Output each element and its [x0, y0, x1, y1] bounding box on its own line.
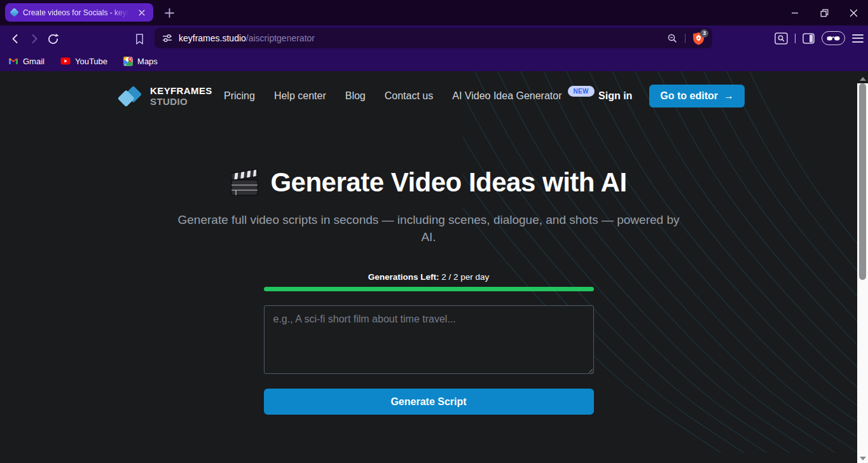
- tab-title: Create videos for Socials - keyfra: [23, 8, 131, 17]
- scroll-up-arrow-icon: [860, 77, 866, 81]
- nav-blog[interactable]: Blog: [345, 90, 366, 102]
- new-badge: NEW: [568, 86, 595, 97]
- sign-in-link[interactable]: Sign in: [598, 90, 632, 102]
- window-controls: [780, 0, 868, 25]
- gmail-icon: [8, 57, 18, 66]
- youtube-icon: [60, 57, 71, 65]
- go-to-editor-button[interactable]: Go to editor →: [649, 85, 745, 107]
- generations-label: Generations Left:: [368, 272, 439, 282]
- arrow-right-icon: →: [724, 90, 734, 102]
- scroll-down-button[interactable]: [857, 457, 868, 460]
- url-domain: keyframes.studio: [179, 33, 246, 43]
- url-path: /aiscriptgenerator: [246, 33, 315, 43]
- page-subtitle: Generate full video scripts in seconds —…: [170, 211, 687, 245]
- scrollbar-thumb[interactable]: [859, 83, 866, 280]
- new-tab-button[interactable]: [163, 7, 176, 19]
- restore-button[interactable]: [809, 0, 839, 25]
- url-bar[interactable]: keyframes.studio/aiscriptgenerator 3: [155, 28, 712, 48]
- minimize-button[interactable]: [780, 0, 809, 25]
- nav-help-center[interactable]: Help center: [274, 90, 326, 102]
- search-panel-icon[interactable]: [775, 32, 788, 45]
- tab-favicon-diamond-icon: [10, 8, 19, 17]
- browser-tab[interactable]: Create videos for Socials - keyfra: [5, 3, 153, 22]
- menu-hamburger-icon[interactable]: [852, 34, 864, 43]
- bookmark-label: Maps: [137, 57, 158, 66]
- page-content: KEYFRAMES STUDIO Pricing Help center Blo…: [0, 71, 857, 463]
- brave-shield-icon[interactable]: 3: [692, 32, 705, 45]
- bookmarks-bar: Gmail YouTube Maps: [0, 51, 868, 71]
- page-title-text: Generate Video Ideas with AI: [270, 167, 626, 198]
- nav-ai-video-idea-generator[interactable]: AI Video Idea GeneratorNEW: [452, 90, 595, 102]
- close-window-button[interactable]: [839, 0, 868, 25]
- forward-button[interactable]: [26, 31, 43, 47]
- site-header: KEYFRAMES STUDIO Pricing Help center Blo…: [0, 71, 857, 121]
- clapperboard-icon: [230, 169, 259, 197]
- toolbar-separator: [795, 34, 796, 43]
- tab-close-icon[interactable]: [136, 7, 148, 18]
- maps-icon: [123, 57, 133, 66]
- site-settings-tune-icon[interactable]: [162, 34, 172, 43]
- hero-section: Generate Video Ideas with AI Generate fu…: [0, 121, 857, 415]
- generations-left-status: Generations Left: 2 / 2 per day: [368, 272, 490, 282]
- scroll-down-arrow-icon: [860, 457, 866, 460]
- generations-value: 2 / 2 per day: [441, 272, 489, 282]
- page-scrollbar[interactable]: [857, 71, 868, 463]
- url-text[interactable]: keyframes.studio/aiscriptgenerator: [179, 33, 315, 43]
- nav-pricing[interactable]: Pricing: [224, 90, 255, 102]
- brave-vpn-sunglasses-icon[interactable]: [822, 31, 845, 45]
- toolbar-right-icons: [775, 25, 864, 51]
- page-title: Generate Video Ideas with AI: [230, 167, 626, 198]
- main-nav: Pricing Help center Blog Contact us AI V…: [224, 71, 595, 121]
- bookmark-youtube[interactable]: YouTube: [60, 57, 107, 66]
- bookmark-maps[interactable]: Maps: [123, 57, 158, 66]
- bookmark-gmail[interactable]: Gmail: [8, 57, 45, 66]
- brand-line1: KEYFRAMES: [150, 85, 212, 96]
- shield-badge-count: 3: [700, 29, 708, 38]
- bookmark-label: YouTube: [75, 57, 107, 66]
- bookmark-label: Gmail: [23, 57, 45, 66]
- urlbar-right-icons: 3: [667, 32, 705, 45]
- nav-contact-us[interactable]: Contact us: [385, 90, 433, 102]
- generations-progress-bar: [264, 287, 594, 291]
- bookmark-icon[interactable]: [131, 31, 148, 47]
- brand-line2: STUDIO: [150, 96, 212, 107]
- reload-button[interactable]: [45, 31, 61, 47]
- brand-text: KEYFRAMES STUDIO: [150, 85, 212, 107]
- site-logo[interactable]: KEYFRAMES STUDIO: [116, 71, 212, 121]
- browser-toolbar: keyframes.studio/aiscriptgenerator 3: [0, 25, 868, 51]
- zoom-magnifier-icon[interactable]: [667, 33, 678, 44]
- generate-script-button[interactable]: Generate Script: [264, 389, 594, 415]
- tab-strip: Create videos for Socials - keyfra: [0, 0, 868, 25]
- keyframes-logo-icon: [116, 84, 144, 108]
- back-button[interactable]: [7, 31, 24, 47]
- urlbar-separator: [685, 34, 685, 43]
- script-idea-input[interactable]: [264, 305, 594, 374]
- sidebar-panel-icon[interactable]: [803, 33, 815, 44]
- scroll-up-button[interactable]: [857, 71, 868, 83]
- header-right: Sign in Go to editor →: [598, 71, 745, 121]
